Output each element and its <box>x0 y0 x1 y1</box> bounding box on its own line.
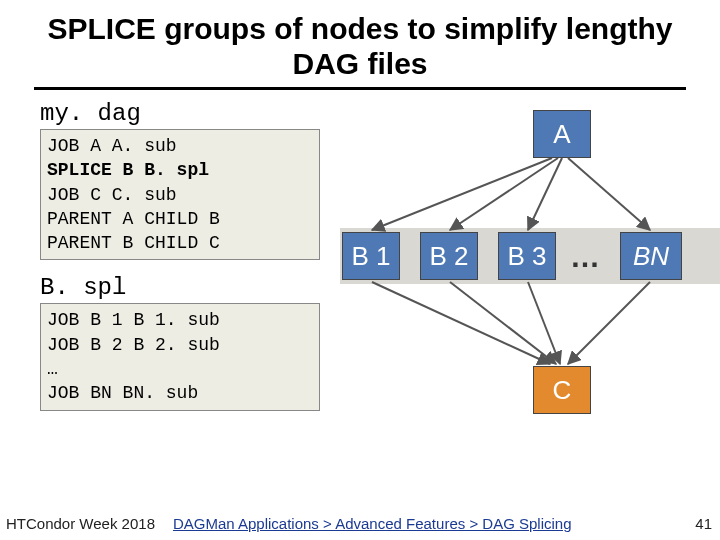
svg-line-4 <box>372 282 550 364</box>
code-line: PARENT A CHILD B <box>47 209 220 229</box>
footer-page-number: 41 <box>695 515 712 532</box>
code-line: JOB C C. sub <box>47 185 177 205</box>
dag-diagram: A B 1 B 2 B 3 … BN C <box>340 100 710 430</box>
footer-source: HTCondor Week 2018 <box>6 515 155 532</box>
content-area: my. dag JOB A A. sub SPLICE B B. spl JOB… <box>0 100 720 480</box>
codebox-bspl: JOB B 1 B 1. sub JOB B 2 B 2. sub … JOB … <box>40 303 320 410</box>
svg-line-1 <box>450 158 558 230</box>
slide-title: SPLICE groups of nodes to simplify lengt… <box>0 0 720 87</box>
dag-ellipsis: … <box>570 240 600 274</box>
file-label-bspl: B. spl <box>40 274 320 301</box>
left-column: my. dag JOB A A. sub SPLICE B B. spl JOB… <box>40 100 320 425</box>
svg-line-3 <box>568 158 650 230</box>
dag-node-b1: B 1 <box>342 232 400 280</box>
code-line: PARENT B CHILD C <box>47 233 220 253</box>
svg-line-5 <box>450 282 556 364</box>
dag-node-c: C <box>533 366 591 414</box>
title-underline <box>34 87 686 90</box>
svg-line-7 <box>568 282 650 364</box>
svg-line-2 <box>528 158 562 230</box>
footer: HTCondor Week 2018 DAGMan Applications >… <box>0 515 720 532</box>
dag-node-b3: B 3 <box>498 232 556 280</box>
dag-node-b2: B 2 <box>420 232 478 280</box>
dag-node-bn: BN <box>620 232 682 280</box>
code-line: … <box>47 359 58 379</box>
code-line: JOB B 1 B 1. sub <box>47 310 220 330</box>
svg-line-6 <box>528 282 560 364</box>
codebox-mydag: JOB A A. sub SPLICE B B. spl JOB C C. su… <box>40 129 320 260</box>
code-line: JOB BN BN. sub <box>47 383 198 403</box>
code-line: JOB A A. sub <box>47 136 177 156</box>
footer-breadcrumb: DAGMan Applications > Advanced Features … <box>173 515 572 532</box>
svg-line-0 <box>372 158 552 230</box>
code-line: JOB B 2 B 2. sub <box>47 335 220 355</box>
file-label-mydag: my. dag <box>40 100 320 127</box>
code-line-bold: SPLICE B B. spl <box>47 160 209 180</box>
dag-node-a: A <box>533 110 591 158</box>
